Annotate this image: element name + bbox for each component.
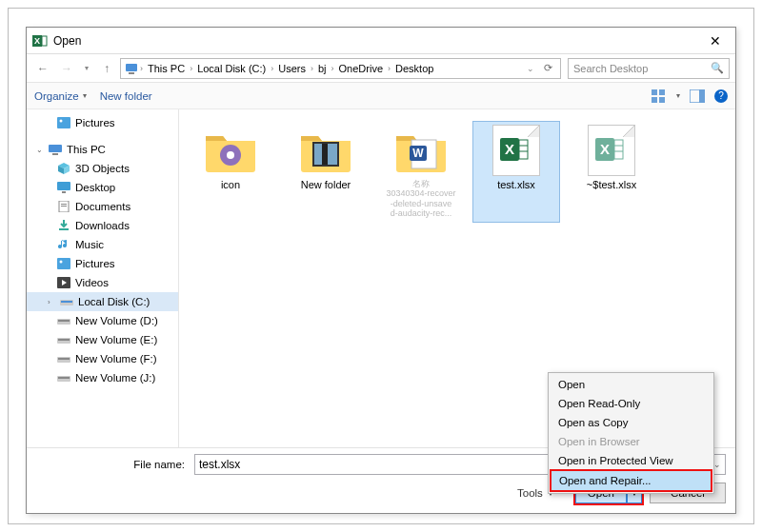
menu-open[interactable]: Open <box>551 375 712 394</box>
menu-open-protected[interactable]: Open in Protected View <box>551 451 712 470</box>
breadcrumb-seg[interactable]: bj <box>315 63 330 74</box>
view-large-icon[interactable] <box>652 89 667 103</box>
sidebar-item-documents[interactable]: Documents <box>27 197 178 216</box>
sidebar-item-localc[interactable]: › Local Disk (C:) <box>27 292 178 311</box>
window-title: Open <box>53 34 701 48</box>
filename-label: File name: <box>36 459 189 470</box>
svg-rect-6 <box>659 89 665 95</box>
pc-icon <box>49 144 62 155</box>
svg-rect-14 <box>52 153 58 155</box>
view-tools: ▾ ? <box>652 89 728 103</box>
file-label: 名称 30340304-recover -deleted-unsave d-au… <box>386 179 455 218</box>
svg-rect-10 <box>699 89 705 103</box>
filter-dropdown-icon[interactable]: ⌄ <box>713 460 721 469</box>
folder-icon <box>204 128 257 172</box>
svg-rect-19 <box>62 191 66 193</box>
svg-rect-11 <box>57 117 70 128</box>
svg-point-12 <box>60 120 63 123</box>
menu-open-copy[interactable]: Open as Copy <box>551 413 712 432</box>
sidebar-item-music[interactable]: Music <box>27 235 178 254</box>
excel-temp-icon: X <box>588 125 635 176</box>
breadcrumb-sep: › <box>140 64 143 73</box>
sidebar-item-3dobjects[interactable]: 3D Objects <box>27 159 178 178</box>
svg-rect-22 <box>61 206 67 207</box>
breadcrumb-sep: › <box>271 64 273 73</box>
drive-icon <box>57 334 70 345</box>
folder-icon: W <box>394 128 448 172</box>
help-icon[interactable]: ? <box>714 89 728 103</box>
folder-item-new[interactable]: New folder <box>282 121 370 223</box>
svg-rect-21 <box>61 204 67 205</box>
pictures-icon <box>57 258 70 269</box>
back-button[interactable]: ← <box>32 58 53 79</box>
up-button[interactable]: ↑ <box>96 58 117 79</box>
svg-rect-8 <box>659 97 665 103</box>
svg-rect-24 <box>57 258 70 269</box>
new-folder-button[interactable]: New folder <box>100 90 152 102</box>
breadcrumb-seg[interactable]: This PC <box>145 63 188 74</box>
nav-bar: ← → ▾ ↑ › This PC › Local Disk (C:) › Us… <box>27 54 735 83</box>
breadcrumb-seg[interactable]: Desktop <box>392 63 436 74</box>
breadcrumb-seg[interactable]: Local Disk (C:) <box>194 63 269 74</box>
breadcrumb-sep: › <box>190 64 192 73</box>
file-item-word[interactable]: W 名称 30340304-recover -deleted-unsave d-… <box>377 121 465 223</box>
svg-rect-42 <box>322 144 328 165</box>
documents-icon <box>57 201 70 212</box>
breadcrumb[interactable]: › This PC › Local Disk (C:) › Users › bj… <box>120 58 561 79</box>
pc-icon <box>125 62 138 75</box>
organize-button[interactable]: Organize▾ <box>34 90 87 102</box>
breadcrumb-sep: › <box>331 64 334 73</box>
file-label: icon <box>221 179 240 191</box>
toolbar: Organize▾ New folder ▾ ? <box>27 83 735 109</box>
sidebar-item-pictures[interactable]: Pictures <box>27 113 178 132</box>
open-dropdown-menu: Open Open Read-Only Open as Copy Open in… <box>548 372 714 494</box>
file-item-test[interactable]: X test.xlsx <box>472 121 560 223</box>
desktop-icon <box>57 182 70 193</box>
svg-text:X: X <box>34 36 40 46</box>
drive-icon <box>57 353 70 365</box>
svg-rect-13 <box>49 145 62 152</box>
sidebar: Pictures ⌄ This PC 3D Objects Desktop Do… <box>27 109 179 447</box>
svg-rect-33 <box>58 339 70 341</box>
menu-open-repair[interactable]: Open and Repair... <box>550 469 712 492</box>
chevron-down-icon[interactable]: ⌄ <box>36 146 44 154</box>
refresh-icon[interactable]: ⟳ <box>540 62 556 74</box>
sidebar-item-vole[interactable]: New Volume (E:) <box>27 330 178 349</box>
pictures-icon <box>57 117 70 128</box>
sidebar-item-pictures2[interactable]: Pictures <box>27 254 178 273</box>
sidebar-item-videos[interactable]: Videos <box>27 273 178 292</box>
forward-button: → <box>56 58 77 79</box>
sidebar-item-volf[interactable]: New Volume (F:) <box>27 349 178 368</box>
file-item-temp[interactable]: X ~$test.xlsx <box>568 121 655 223</box>
breadcrumb-seg[interactable]: OneDrive <box>336 63 386 74</box>
filename-input[interactable]: test.xlsx ⌄ <box>194 454 568 475</box>
open-dialog: X Open ✕ ← → ▾ ↑ › This PC › Local Disk … <box>26 27 736 514</box>
svg-rect-48 <box>519 140 528 159</box>
videos-icon <box>57 277 70 288</box>
sidebar-item-vold[interactable]: New Volume (D:) <box>27 311 178 330</box>
sidebar-item-desktop[interactable]: Desktop <box>27 178 178 197</box>
svg-rect-5 <box>652 89 657 95</box>
menu-open-readonly[interactable]: Open Read-Only <box>551 394 712 413</box>
svg-text:W: W <box>412 147 424 160</box>
sidebar-item-thispc[interactable]: ⌄ This PC <box>27 140 178 159</box>
sidebar-item-volj[interactable]: New Volume (J:) <box>27 368 178 387</box>
chevron-right-icon[interactable]: › <box>48 298 55 306</box>
search-input[interactable]: Search Desktop 🔍 <box>568 58 730 79</box>
cube-icon <box>57 163 70 174</box>
view-dropdown[interactable]: ▾ <box>676 91 680 100</box>
svg-rect-35 <box>58 358 70 360</box>
breadcrumb-seg[interactable]: Users <box>275 63 309 74</box>
folder-item-icon[interactable]: icon <box>187 121 274 223</box>
sidebar-item-downloads[interactable]: Downloads <box>27 216 178 235</box>
breadcrumb-sep: › <box>311 64 313 73</box>
preview-pane-icon[interactable] <box>690 89 705 103</box>
music-icon <box>57 239 70 250</box>
breadcrumb-dropdown[interactable]: ⌄ <box>523 64 538 73</box>
excel-app-icon: X <box>32 33 48 49</box>
history-dropdown[interactable]: ▾ <box>80 64 93 72</box>
svg-rect-18 <box>57 182 70 190</box>
drive-icon <box>57 372 70 384</box>
svg-rect-3 <box>126 64 137 71</box>
close-icon[interactable]: ✕ <box>701 33 730 49</box>
